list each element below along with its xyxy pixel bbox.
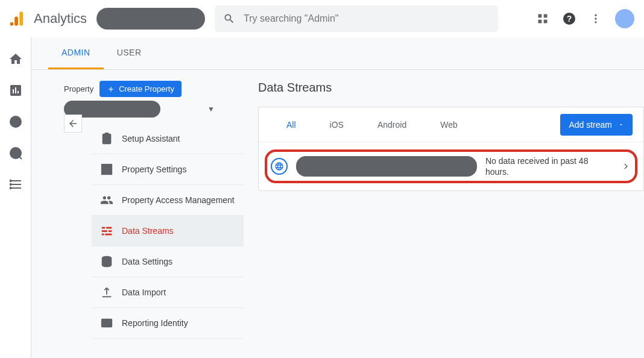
search-input[interactable] xyxy=(244,13,490,24)
settings-panel-icon xyxy=(100,163,113,176)
help-icon[interactable]: ? xyxy=(562,11,576,26)
svg-point-9 xyxy=(595,14,596,16)
more-icon[interactable] xyxy=(589,11,603,26)
streams-card: All iOS Android Web Add stream xyxy=(258,107,644,191)
stream-tabs: All iOS Android Web Add stream xyxy=(259,107,643,142)
arrow-left-icon xyxy=(68,118,78,129)
svg-point-11 xyxy=(595,21,596,23)
menu-reporting-identity[interactable]: Reporting Identity xyxy=(92,308,244,339)
globe-icon xyxy=(274,162,284,171)
caret-down-icon: ▼ xyxy=(207,105,215,113)
add-stream-button[interactable]: Add stream xyxy=(560,114,633,136)
tab-user[interactable]: USER xyxy=(104,37,155,69)
svg-text:?: ? xyxy=(567,14,572,24)
stream-tab-android[interactable]: Android xyxy=(361,120,423,130)
annotation-highlight xyxy=(265,149,637,183)
svg-rect-20 xyxy=(102,165,112,175)
admin-tabs: ADMIN USER xyxy=(31,37,644,70)
page-title: Data Streams xyxy=(258,81,644,95)
svg-rect-24 xyxy=(102,230,107,232)
stream-tab-all[interactable]: All xyxy=(270,120,313,130)
menu-data-import[interactable]: Data Import xyxy=(92,277,244,308)
search-bar[interactable] xyxy=(215,5,498,32)
stream-name-redacted xyxy=(296,156,477,177)
svg-rect-17 xyxy=(10,187,11,189)
svg-rect-3 xyxy=(538,14,542,18)
clipboard-check-icon xyxy=(100,132,113,145)
stream-tab-ios[interactable]: iOS xyxy=(313,120,361,130)
svg-rect-29 xyxy=(102,319,112,327)
menu-setup-assistant[interactable]: Setup Assistant xyxy=(92,124,244,154)
avatar[interactable] xyxy=(615,9,634,28)
svg-rect-23 xyxy=(106,227,112,229)
configure-icon[interactable] xyxy=(8,177,23,192)
svg-rect-5 xyxy=(538,20,542,24)
svg-rect-15 xyxy=(10,180,11,182)
apps-icon[interactable] xyxy=(535,11,550,26)
svg-rect-19 xyxy=(105,133,109,136)
svg-point-10 xyxy=(595,17,596,19)
svg-rect-16 xyxy=(10,183,11,186)
stream-tab-web[interactable]: Web xyxy=(423,120,475,130)
back-button[interactable] xyxy=(64,115,82,133)
content-panel: Data Streams All iOS Android Web Add str… xyxy=(244,70,644,358)
menu-data-settings[interactable]: Data Settings xyxy=(92,247,244,277)
app-header: Analytics ? xyxy=(0,0,644,37)
property-column: Property Create Property ▼ Set xyxy=(31,70,244,358)
svg-rect-6 xyxy=(544,20,548,24)
svg-rect-0 xyxy=(19,11,23,25)
home-icon[interactable] xyxy=(8,52,23,66)
svg-rect-22 xyxy=(102,227,106,229)
svg-rect-4 xyxy=(544,14,548,18)
menu-property-settings[interactable]: Property Settings xyxy=(92,154,244,185)
property-menu: Setup Assistant Property Settings Proper… xyxy=(92,124,244,339)
id-card-icon xyxy=(100,316,113,330)
explore-icon[interactable] xyxy=(8,115,23,129)
plus-icon xyxy=(107,85,115,93)
left-nav-rail xyxy=(0,37,31,358)
property-selector[interactable]: ▼ xyxy=(64,101,215,118)
svg-rect-25 xyxy=(109,230,112,232)
svg-point-30 xyxy=(104,321,106,324)
tab-admin[interactable]: ADMIN xyxy=(48,37,104,69)
caret-down-icon xyxy=(618,122,624,128)
upload-icon xyxy=(100,286,113,299)
svg-point-14 xyxy=(13,151,18,155)
account-selector-redacted[interactable] xyxy=(96,8,205,30)
create-property-button[interactable]: Create Property xyxy=(99,81,182,97)
database-icon xyxy=(100,255,113,268)
property-label: Property xyxy=(64,84,93,93)
stream-row[interactable]: No data received in past 48 hours. xyxy=(264,148,639,184)
svg-point-2 xyxy=(10,22,14,26)
analytics-logo-icon xyxy=(10,10,27,27)
app-name: Analytics xyxy=(34,11,87,27)
search-icon xyxy=(223,13,235,25)
logo-area: Analytics xyxy=(10,10,87,27)
header-actions: ? xyxy=(535,9,634,28)
reports-icon[interactable] xyxy=(8,83,23,98)
advertising-icon[interactable] xyxy=(8,146,23,160)
svg-rect-1 xyxy=(14,17,18,26)
data-streams-icon xyxy=(100,224,113,237)
web-stream-icon xyxy=(271,158,288,175)
chevron-right-icon xyxy=(620,161,631,172)
svg-rect-26 xyxy=(102,234,104,236)
menu-property-access[interactable]: Property Access Management xyxy=(92,185,244,216)
people-icon xyxy=(100,193,113,207)
svg-rect-27 xyxy=(105,234,112,236)
stream-status-text: No data received in past 48 hours. xyxy=(485,155,612,177)
menu-data-streams[interactable]: Data Streams xyxy=(92,216,244,247)
